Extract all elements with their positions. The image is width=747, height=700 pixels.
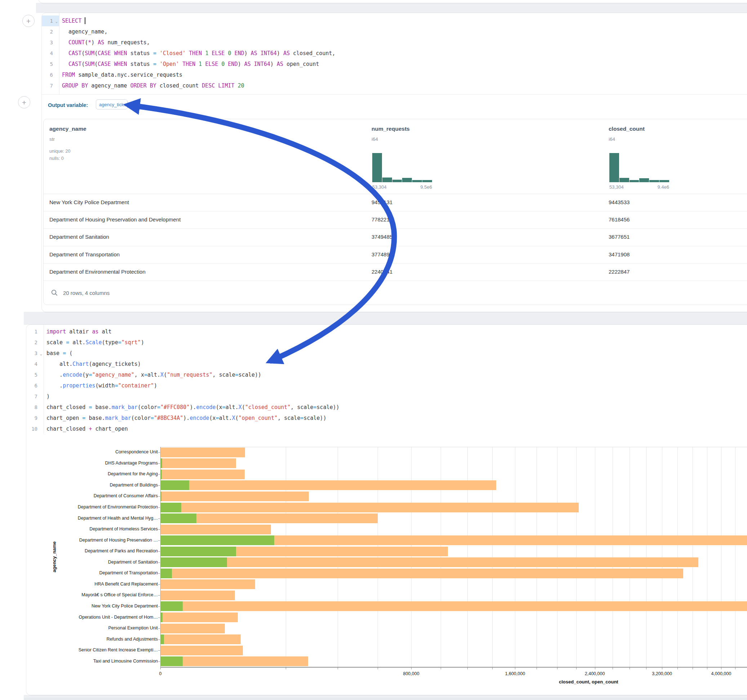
line-number: 3 xyxy=(42,37,59,48)
sql-editor[interactable]: 1⌄SELECT 2 agency_name,3 COUNT(*) AS num… xyxy=(42,15,747,91)
histogram-range-labels: 53,3049.5e6 xyxy=(372,184,432,190)
histogram-bar xyxy=(629,180,639,182)
code-text: chart_closed = base.mark_bar(color="#FFC… xyxy=(44,402,339,413)
table-row[interactable]: Department of Transportation377489234719… xyxy=(44,246,747,264)
fold-spacer xyxy=(53,48,57,59)
code-text: ) xyxy=(44,391,50,402)
column-header[interactable]: num_requests xyxy=(372,126,410,132)
line-number: 2 xyxy=(26,337,44,348)
line-number: 5 xyxy=(42,59,59,69)
fold-spacer xyxy=(38,392,42,403)
fold-spacer xyxy=(53,38,57,48)
column-type: i64 xyxy=(372,136,378,142)
histogram-bar xyxy=(649,180,659,182)
fold-spacer xyxy=(53,27,57,38)
line-number: 5 xyxy=(26,370,44,380)
code-text: .properties(width="container") xyxy=(44,380,157,391)
table-row[interactable]: Department of Environmental Protection22… xyxy=(44,263,747,281)
code-text: scale = alt.Scale(type="sqrt") xyxy=(44,337,144,348)
line-number: 6 xyxy=(26,380,44,391)
table-footer: 20 rows, 4 columns xyxy=(51,286,110,299)
histogram-bar xyxy=(422,180,432,182)
table-cell: 2222847 xyxy=(609,263,629,281)
code-text: alt.Chart(agency_tickets) xyxy=(44,359,141,370)
line-number: 6 xyxy=(42,69,59,80)
table-cell: 3749485 xyxy=(372,228,392,246)
table-cell: 2240041 xyxy=(372,263,392,281)
code-line: 1 import altair as alt xyxy=(26,326,747,337)
table-row[interactable]: New York City Police Department945313194… xyxy=(44,194,747,211)
code-text: GROUP BY agency_name ORDER BY closed_cou… xyxy=(59,80,244,91)
histogram-bar xyxy=(382,178,392,182)
fold-spacer xyxy=(38,370,42,381)
table-cell: Department of Environmental Protection xyxy=(49,263,145,281)
code-line: 8 chart_closed = base.mark_bar(color="#F… xyxy=(26,402,747,413)
column-header[interactable]: agency_name xyxy=(49,126,86,132)
column-type: str xyxy=(49,136,55,142)
plus-icon: + xyxy=(26,17,31,25)
line-number: 10 xyxy=(26,424,44,434)
previous-cell-remnant xyxy=(39,0,747,3)
next-cell-edge xyxy=(24,698,747,700)
code-text: CAST(SUM(CASE WHEN status = 'Closed' THE… xyxy=(59,48,336,59)
code-line: 9 chart_open = base.mark_bar(color="#8BC… xyxy=(26,413,747,424)
code-line: 4 alt.Chart(agency_tickets) xyxy=(26,359,747,370)
table-cell: Department of Housing Preservation and D… xyxy=(49,211,180,228)
code-line: 7 GROUP BY agency_name ORDER BY closed_c… xyxy=(42,80,747,91)
code-text: chart_open = base.mark_bar(color="#8BC34… xyxy=(44,413,327,424)
code-text: import altair as alt xyxy=(44,326,112,337)
table-cell: 3677651 xyxy=(609,228,629,246)
add-cell-button[interactable]: + xyxy=(18,96,30,109)
code-text: .encode(y="agency_name", x=alt.X("num_re… xyxy=(44,370,261,380)
table-cell: 7782211 xyxy=(372,211,392,228)
line-number: 9 xyxy=(26,413,44,424)
fold-chevron-icon[interactable]: ⌄ xyxy=(38,348,42,359)
fold-spacer xyxy=(38,403,42,413)
fold-spacer xyxy=(53,59,57,70)
histogram-bar xyxy=(639,178,649,182)
fold-spacer xyxy=(38,381,42,392)
line-number: 1 xyxy=(26,326,44,337)
code-line: 7 ) xyxy=(26,391,747,402)
fold-spacer xyxy=(38,338,42,348)
code-line: 5 CAST(SUM(CASE WHEN status = 'Open' THE… xyxy=(42,59,747,69)
code-text: chart_closed + chart_open xyxy=(44,424,128,434)
python-cell: 1 import altair as alt2 scale = alt.Scal… xyxy=(26,325,747,695)
line-number: 1⌄ xyxy=(42,15,59,26)
cell-gap-top xyxy=(36,3,747,13)
code-line: 4 CAST(SUM(CASE WHEN status = 'Closed' T… xyxy=(42,48,747,59)
column-type: i64 xyxy=(609,136,615,142)
line-number: 4 xyxy=(42,48,59,59)
histogram-bar xyxy=(609,153,619,182)
cell-section-divider xyxy=(42,94,747,95)
search-icon[interactable] xyxy=(51,289,58,296)
result-table: agency_namestrunique: 20nulls: 0num_requ… xyxy=(43,119,747,305)
table-cell: 7618456 xyxy=(609,211,629,228)
table-cell: Department of Transportation xyxy=(49,246,119,263)
code-text: CAST(SUM(CASE WHEN status = 'Open' THEN … xyxy=(59,59,319,69)
plus-icon: + xyxy=(22,99,26,106)
code-text: SELECT xyxy=(59,15,85,26)
code-text: agency_name, xyxy=(59,26,107,37)
line-number: 4 xyxy=(26,359,44,370)
column-histogram[interactable] xyxy=(372,153,432,182)
output-variable-input[interactable]: agency_tickets xyxy=(96,100,127,109)
column-histogram[interactable] xyxy=(609,153,669,182)
code-line: 1⌄SELECT xyxy=(42,15,747,26)
histogram-bar xyxy=(659,180,669,182)
code-text: base = ( xyxy=(44,348,73,359)
code-line: 6 FROM sample_data.nyc.service_requests xyxy=(42,69,747,80)
table-row[interactable]: Department of Sanitation37494853677651 xyxy=(44,228,747,246)
column-header[interactable]: closed_count xyxy=(609,126,645,132)
text-cursor xyxy=(85,17,85,24)
histogram-bar xyxy=(620,178,629,182)
table-cell: New York City Police Department xyxy=(49,194,129,211)
table-row[interactable]: Department of Housing Preservation and D… xyxy=(44,211,747,229)
fold-chevron-icon[interactable]: ⌄ xyxy=(53,16,57,27)
table-cell: 9453131 xyxy=(372,194,392,211)
python-editor[interactable]: 1 import altair as alt2 scale = alt.Scal… xyxy=(26,326,747,434)
code-line: 2 scale = alt.Scale(type="sqrt") xyxy=(26,337,747,348)
table-cell: 9443533 xyxy=(609,194,629,211)
table-cell: Department of Sanitation xyxy=(49,228,109,246)
add-cell-button[interactable]: + xyxy=(22,15,35,27)
